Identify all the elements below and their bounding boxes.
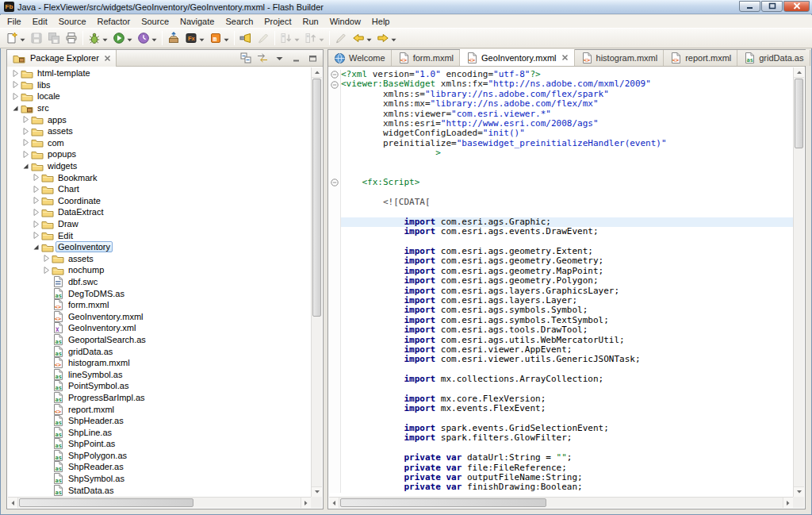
menu-edit[interactable]: Edit: [27, 16, 53, 27]
expanded-arrow-icon[interactable]: [21, 163, 30, 170]
tree-item-DegToDMS.as[interactable]: asDegToDMS.as: [8, 287, 311, 299]
code-line[interactable]: import com.esri.ags.events.DrawEvent;: [329, 227, 793, 236]
scroll-up-arrow[interactable]: [312, 67, 322, 78]
scroll-up-arrow[interactable]: [794, 67, 804, 78]
dropdown-arrow-icon[interactable]: [102, 31, 108, 45]
editor-hscroll-thumb[interactable]: [340, 498, 546, 507]
fold-collapse-icon[interactable]: [329, 70, 341, 79]
menu-help[interactable]: Help: [366, 16, 396, 27]
tree-item-Bookmark[interactable]: Bookmark: [8, 171, 311, 183]
menu-navigate[interactable]: Navigate: [174, 16, 220, 27]
close-tab-icon[interactable]: [561, 54, 569, 61]
collapsed-arrow-icon[interactable]: [21, 151, 30, 158]
code-line[interactable]: >: [329, 148, 793, 158]
explorer-vertical-scrollbar[interactable]: [311, 67, 322, 497]
menu-project[interactable]: Project: [259, 16, 297, 27]
editor-tab-form.mxml[interactable]: <>form.mxml: [392, 50, 460, 66]
tree-item-assets[interactable]: assets: [8, 125, 311, 137]
tree-item-locale[interactable]: locale: [8, 90, 311, 102]
tree-item-report.mxml[interactable]: <>report.mxml: [8, 403, 311, 415]
maximize-view-button[interactable]: [306, 52, 319, 64]
tree-item-StatData.as[interactable]: asStatData.as: [8, 484, 311, 496]
toolbar-new-flex-project-button[interactable]: Fx: [182, 29, 207, 47]
explorer-hscroll-thumb[interactable]: [19, 498, 193, 507]
close-view-icon[interactable]: [104, 55, 111, 62]
tree-item-ProgressBarImpl.as[interactable]: asProgressBarImpl.as: [8, 392, 311, 404]
tree-item-gridData.as[interactable]: asgridData.as: [8, 345, 311, 357]
code-line[interactable]: private var finishDrawing:Boolean;: [329, 482, 793, 492]
toolbar-export-release-build-button[interactable]: [165, 29, 182, 47]
scroll-right-arrow[interactable]: [301, 498, 311, 508]
tree-item-GeoInventory[interactable]: GeoInventory: [8, 241, 311, 253]
tree-item-popups[interactable]: popups: [8, 148, 311, 160]
code-line[interactable]: <![CDATA[: [329, 198, 793, 207]
code-line[interactable]: <fx:Script>: [329, 178, 793, 187]
collapsed-arrow-icon[interactable]: [21, 139, 30, 146]
tree-item-nochump[interactable]: nochump: [8, 264, 311, 276]
dropdown-arrow-icon[interactable]: [20, 31, 25, 45]
tree-item-Draw[interactable]: Draw: [8, 218, 311, 230]
window-close-button[interactable]: [783, 1, 810, 12]
collapsed-arrow-icon[interactable]: [32, 232, 40, 239]
tree-item-ShpSymbol.as[interactable]: asShpSymbol.as: [8, 473, 311, 485]
collapsed-arrow-icon[interactable]: [42, 255, 51, 262]
tree-item-histogram.mxml[interactable]: <>histogram.mxml: [8, 357, 311, 369]
menu-file[interactable]: File: [2, 16, 27, 27]
tree-item-DataExtract[interactable]: DataExtract: [8, 206, 311, 218]
toolbar-back-button[interactable]: [350, 29, 374, 47]
editor-tab-histogram.mxml[interactable]: <>histogram.mxml: [575, 50, 665, 66]
scroll-down-arrow[interactable]: [312, 486, 322, 497]
menu-refactor[interactable]: Refactor: [92, 16, 136, 27]
tree-item-ShpHeader.as[interactable]: asShpHeader.as: [8, 415, 311, 427]
dropdown-arrow-icon[interactable]: [319, 31, 324, 45]
window-minimize-button[interactable]: [739, 1, 760, 12]
tree-item-com[interactable]: com: [8, 137, 311, 149]
toolbar-search-button[interactable]: [237, 29, 255, 47]
package-explorer-tab[interactable]: Package Explorer: [7, 50, 117, 67]
tree-item-GeoInventory.mxml[interactable]: <>GeoInventory.mxml: [8, 310, 311, 322]
collapsed-arrow-icon[interactable]: [11, 70, 20, 77]
tree-item-libs[interactable]: libs: [8, 79, 311, 91]
code-line[interactable]: import spark.filters.GlowFilter;: [329, 433, 793, 443]
tree-item-widgets[interactable]: widgets: [8, 160, 311, 172]
tree-item-apps[interactable]: apps: [8, 113, 311, 125]
toolbar-forward-button[interactable]: [374, 29, 399, 47]
code-line[interactable]: import mx.events.FlexEvent;: [329, 404, 793, 413]
dropdown-arrow-icon[interactable]: [127, 31, 132, 45]
expanded-arrow-icon[interactable]: [32, 244, 40, 251]
scroll-right-arrow[interactable]: [783, 498, 793, 508]
collapsed-arrow-icon[interactable]: [21, 116, 30, 123]
tree-item-ShpPolygon.as[interactable]: asShpPolygon.as: [8, 450, 311, 462]
dropdown-arrow-icon[interactable]: [366, 31, 372, 45]
menu-run[interactable]: Run: [297, 16, 324, 27]
code-editor[interactable]: <?xml version="1.0" encoding="utf-8"?><v…: [329, 67, 793, 497]
collapsed-arrow-icon[interactable]: [32, 186, 40, 193]
dropdown-arrow-icon[interactable]: [151, 31, 157, 45]
tree-item-assets[interactable]: assets: [8, 253, 311, 265]
editor-tab-report.mxml[interactable]: <>report.mxml: [664, 50, 737, 66]
toolbar-profile-button[interactable]: [135, 29, 159, 47]
tree-item-Coordinate[interactable]: Coordinate: [8, 195, 311, 207]
code-line[interactable]: import mx.collections.ArrayCollection;: [329, 375, 793, 384]
explorer-horizontal-scrollbar[interactable]: [8, 497, 311, 508]
editor-tab-GeoInventory.mxml[interactable]: <>GeoInventory.mxml: [460, 49, 575, 66]
editor-horizontal-scrollbar[interactable]: [329, 497, 793, 508]
scroll-left-arrow[interactable]: [329, 498, 339, 508]
tree-item-Chart[interactable]: Chart: [8, 183, 311, 195]
tree-item-Edit[interactable]: Edit: [8, 229, 311, 241]
fold-collapse-icon[interactable]: [329, 79, 341, 89]
toolbar-run-button[interactable]: [110, 29, 135, 47]
collapsed-arrow-icon[interactable]: [42, 267, 51, 274]
toolbar-new-button[interactable]: [3, 29, 28, 47]
tree-item-form.mxml[interactable]: <>form.mxml: [8, 299, 311, 311]
tree-item-html-template[interactable]: html-template: [8, 67, 311, 79]
collapsed-arrow-icon[interactable]: [21, 128, 30, 135]
dropdown-arrow-icon[interactable]: [391, 31, 396, 45]
expanded-arrow-icon[interactable]: [11, 105, 20, 112]
scroll-left-arrow[interactable]: [8, 498, 18, 508]
minimize-view-button[interactable]: [289, 52, 302, 64]
view-menu-button[interactable]: [273, 52, 285, 64]
menu-window[interactable]: Window: [324, 16, 366, 27]
editor-vscroll-thumb[interactable]: [795, 79, 803, 148]
editor-tab-Welcome[interactable]: Welcome: [328, 50, 392, 66]
